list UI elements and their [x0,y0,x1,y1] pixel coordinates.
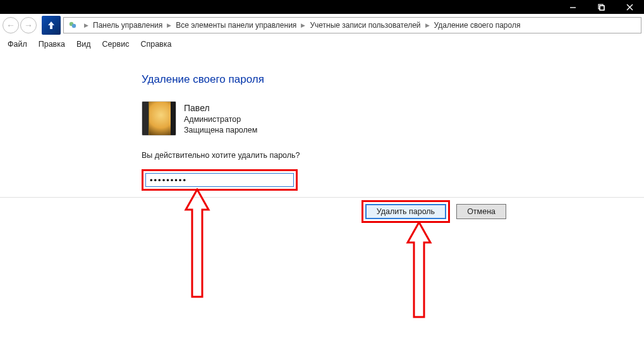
delete-password-button[interactable]: Удалить пароль [365,204,446,219]
forward-button[interactable]: → [20,17,37,33]
annotation-highlight-delete: Удалить пароль [361,200,450,223]
breadcrumb-item[interactable]: Все элементы панели управления [176,21,296,30]
cancel-button[interactable]: Отмена [456,204,506,219]
chevron-right-icon: ▶ [167,22,171,28]
address-bar[interactable]: ▶ Панель управления ▶ Все элементы панел… [63,17,641,33]
breadcrumb-item[interactable]: Удаление своего пароля [434,21,521,30]
svg-point-7 [72,24,76,28]
user-info-row: Павел Администратор Защищена паролем [142,101,644,136]
chevron-right-icon: ▶ [84,22,88,28]
up-button[interactable] [42,16,61,35]
button-row: Удалить пароль Отмена [361,200,506,223]
user-info-text: Павел Администратор Защищена паролем [184,101,257,136]
user-role: Администратор [184,114,257,125]
back-button[interactable]: ← [3,17,19,33]
menu-view[interactable]: Вид [76,40,91,49]
chevron-right-icon: ▶ [425,22,430,28]
titlebar [0,0,644,14]
chevron-right-icon: ▶ [301,22,305,28]
maximize-button[interactable] [587,0,616,14]
svg-rect-2 [600,6,604,10]
menu-bar: Файл Правка Вид Сервис Справка [0,37,644,52]
navigation-row: ← → ▶ Панель управления ▶ Все элементы п… [0,14,644,37]
annotation-arrow-icon [405,221,433,322]
content-area: Удаление своего пароля Павел Администрат… [0,52,644,191]
password-input[interactable] [145,173,294,187]
annotation-highlight-password [142,169,298,191]
user-status: Защищена паролем [184,125,257,136]
annotation-arrow-icon [183,188,211,302]
user-accounts-icon [68,20,78,30]
user-name: Павел [184,102,257,114]
close-button[interactable] [616,0,644,14]
menu-file[interactable]: Файл [8,40,27,49]
breadcrumb-item[interactable]: Панель управления [93,21,162,30]
page-title: Удаление своего пароля [142,73,644,86]
horizontal-divider [0,197,644,198]
confirm-question: Вы действительно хотите удалить пароль? [142,151,644,160]
menu-help[interactable]: Справка [140,40,171,49]
menu-edit[interactable]: Правка [39,40,65,49]
breadcrumb-item[interactable]: Учетные записи пользователей [310,21,420,30]
minimize-button[interactable] [559,0,587,14]
menu-service[interactable]: Сервис [102,40,130,49]
avatar [142,101,176,136]
